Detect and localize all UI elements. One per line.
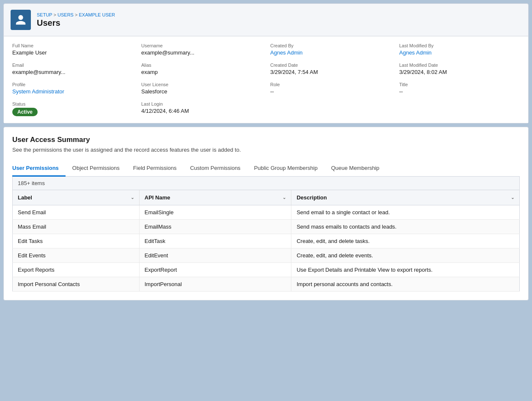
label-user-license: User License [141, 82, 262, 87]
detail-role: Role -- [270, 82, 391, 95]
person-icon [15, 14, 27, 26]
cell-api-name: EmailMass [139, 220, 291, 234]
access-summary-desc: See the permissions the user is assigned… [12, 147, 520, 153]
main-card: User Access Summary See the permissions … [3, 127, 529, 300]
tab-object-permissions[interactable]: Object Permissions [66, 161, 126, 177]
page-title: Users [37, 18, 115, 28]
value-role: -- [270, 88, 391, 95]
sort-icon-desc: ⌄ [511, 195, 514, 200]
table-header-row: Label ⌄ API Name ⌄ [13, 190, 520, 205]
cell-label: Send Email [13, 205, 140, 220]
cell-description: Create, edit, and delete events. [291, 248, 520, 263]
value-last-modified-by[interactable]: Agnes Admin [399, 49, 520, 56]
page-wrapper: SETUP > USERS > EXAMPLE USER Users Full … [0, 0, 532, 304]
detail-last-modified-by: Last Modified By Agnes Admin [399, 43, 520, 56]
permissions-table: Label ⌄ API Name ⌄ [12, 190, 520, 292]
cell-description: Import personal accounts and contacts. [291, 277, 520, 292]
cell-label: Export Reports [13, 263, 140, 277]
details-grid: Full Name Example User Username example@… [12, 43, 520, 116]
detail-profile: Profile System Administrator [12, 82, 133, 95]
tabs-bar: User Permissions Object Permissions Fiel… [12, 161, 520, 177]
breadcrumb-example-user: EXAMPLE USER [79, 12, 115, 17]
detail-title: Title -- [399, 82, 520, 95]
detail-empty-2 [399, 101, 520, 116]
cell-api-name: EditEvent [139, 248, 291, 263]
detail-created-date: Created Date 3/29/2024, 7:54 AM [270, 63, 391, 75]
sort-icon-label: ⌄ [131, 195, 134, 200]
label-email: Email [12, 63, 133, 68]
breadcrumb-sep1: > [54, 12, 58, 17]
value-user-license: Salesforce [141, 88, 262, 95]
table-row: Import Personal ContactsImportPersonalIm… [13, 277, 520, 292]
cell-label: Import Personal Contacts [13, 277, 140, 292]
value-title: -- [399, 88, 520, 95]
label-status: Status [12, 101, 133, 106]
cell-api-name: ExportReport [139, 263, 291, 277]
detail-alias: Alias examp [141, 63, 262, 75]
table-row: Mass EmailEmailMassSend mass emails to c… [13, 220, 520, 234]
header-top: SETUP > USERS > EXAMPLE USER Users [4, 4, 528, 36]
breadcrumb: SETUP > USERS > EXAMPLE USER [37, 12, 115, 17]
label-last-modified-by: Last Modified By [399, 43, 520, 48]
breadcrumb-users[interactable]: USERS [58, 12, 74, 17]
cell-description: Create, edit, and delete tasks. [291, 234, 520, 248]
cell-api-name: EditTask [139, 234, 291, 248]
value-last-modified-date: 3/29/2024, 8:02 AM [399, 69, 520, 75]
header-card: SETUP > USERS > EXAMPLE USER Users Full … [3, 3, 529, 123]
value-username: example@summary... [141, 49, 262, 56]
col-header-label[interactable]: Label ⌄ [13, 190, 140, 205]
col-header-api-name[interactable]: API Name ⌄ [139, 190, 291, 205]
cell-description: Send mass emails to contacts and leads. [291, 220, 520, 234]
label-profile: Profile [12, 82, 133, 87]
label-created-date: Created Date [270, 63, 391, 68]
label-last-modified-date: Last Modified Date [399, 63, 520, 68]
tab-user-permissions[interactable]: User Permissions [12, 161, 66, 177]
user-avatar-icon [11, 10, 31, 30]
value-email: example@summary... [12, 69, 133, 75]
label-full-name: Full Name [12, 43, 133, 48]
detail-status: Status Active [12, 101, 133, 116]
cell-api-name: ImportPersonal [139, 277, 291, 292]
user-details-section: Full Name Example User Username example@… [4, 36, 528, 123]
cell-description: Send email to a single contact or lead. [291, 205, 520, 220]
label-last-login: Last Login [141, 101, 262, 106]
tab-field-permissions[interactable]: Field Permissions [126, 161, 184, 177]
header-title-block: SETUP > USERS > EXAMPLE USER Users [37, 12, 115, 28]
table-wrapper: Label ⌄ API Name ⌄ [12, 190, 520, 292]
label-created-by: Created By [270, 43, 391, 48]
cell-description: Use Export Details and Printable View to… [291, 263, 520, 277]
value-created-by[interactable]: Agnes Admin [270, 49, 391, 56]
tab-public-group-membership[interactable]: Public Group Membership [247, 161, 324, 177]
label-role: Role [270, 82, 391, 87]
access-summary-title: User Access Summary [12, 136, 520, 144]
detail-full-name: Full Name Example User [12, 43, 133, 56]
col-header-description[interactable]: Description ⌄ [291, 190, 520, 205]
sort-icon-api: ⌄ [282, 195, 286, 200]
status-badge: Active [12, 108, 38, 116]
label-title: Title [399, 82, 520, 87]
col-api-text: API Name [145, 194, 170, 201]
detail-email: Email example@summary... [12, 63, 133, 75]
detail-user-license: User License Salesforce [141, 82, 262, 95]
tab-custom-permissions[interactable]: Custom Permissions [183, 161, 247, 177]
breadcrumb-setup[interactable]: SETUP [37, 12, 52, 17]
label-alias: Alias [141, 63, 262, 68]
detail-username: Username example@summary... [141, 43, 262, 56]
table-row: Edit EventsEditEventCreate, edit, and de… [13, 248, 520, 263]
cell-label: Mass Email [13, 220, 140, 234]
table-area: 185+ items Label ⌄ [12, 177, 520, 292]
table-body: Send EmailEmailSingleSend email to a sin… [13, 205, 520, 292]
label-username: Username [141, 43, 262, 48]
table-row: Export ReportsExportReportUse Export Det… [13, 263, 520, 277]
table-row: Edit TasksEditTaskCreate, edit, and dele… [13, 234, 520, 248]
tab-queue-membership[interactable]: Queue Membership [324, 161, 386, 177]
value-full-name: Example User [12, 49, 133, 56]
value-created-date: 3/29/2024, 7:54 AM [270, 69, 391, 75]
cell-label: Edit Events [13, 248, 140, 263]
cell-label: Edit Tasks [13, 234, 140, 248]
detail-empty-1 [270, 101, 391, 116]
value-profile[interactable]: System Administrator [12, 88, 133, 95]
value-alias: examp [141, 69, 262, 75]
col-label-text: Label [18, 194, 32, 201]
value-last-login: 4/12/2024, 6:46 AM [141, 108, 262, 114]
